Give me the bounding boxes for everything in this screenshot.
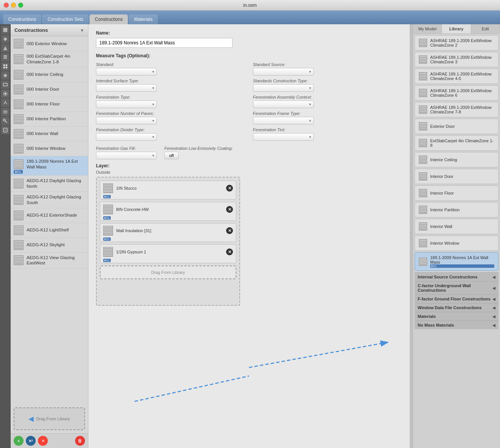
icon-bar-item-12[interactable]	[1, 126, 9, 134]
emissivity-toggle-button[interactable]: off	[164, 152, 179, 159]
sidebar-item-aedg-view-glazing[interactable]: AEDG-K12 View Glazing EastWest	[11, 253, 88, 269]
right-list-item-ashrae-cz45[interactable]: ASHRAE 189.1-2009 ExtWindow ClimateZone …	[415, 69, 498, 84]
section-header-internal-source[interactable]: Internal Source Constructions ◀	[415, 272, 498, 281]
right-list-item-interior-floor[interactable]: Interior Floor	[415, 185, 498, 201]
fenestration-divider-select[interactable]	[96, 133, 157, 141]
tab-constructions-main[interactable]: Constructions	[3, 14, 41, 24]
icon-bar-item-10[interactable]	[1, 108, 9, 116]
section-header-window-data[interactable]: Window Data File Constructions ◀	[415, 303, 498, 312]
layer-remove-button[interactable]: ✕	[226, 227, 233, 234]
right-list-item-label: Interior Ceiling	[430, 157, 457, 162]
standard-source-select[interactable]	[253, 68, 314, 75]
layer-item-wall-insulation[interactable]: Wall Insulation [31] BCL ✕	[100, 223, 236, 242]
icon-bar-item-9[interactable]	[1, 99, 9, 107]
sidebar-item-000-interior-ceiling[interactable]: 000 Interior Ceiling	[11, 68, 88, 82]
sidebar-item-189-1-2009[interactable]: 189.1-2009 Nonres 1A Ext Wall Mass BCL	[11, 156, 88, 176]
sidebar-item-000-interior-floor[interactable]: 000 Interior Floor	[11, 97, 88, 112]
fenestration-tint-select-wrapper	[253, 133, 314, 141]
add-button[interactable]: +	[14, 436, 24, 446]
section-header-label: Materials	[418, 314, 436, 319]
icon-bar-item-5[interactable]	[1, 62, 9, 71]
right-list-item-interior-wall[interactable]: Interior Wall	[415, 219, 498, 234]
right-list-item-ashrae-cz6[interactable]: ASHRAE 189.1-2009 ExtWindow ClimateZone …	[415, 85, 498, 101]
sidebar-item-aedg-lightshelf[interactable]: AEDG-K12 LightShelf	[11, 223, 88, 238]
fenestration-gas-select[interactable]	[96, 152, 157, 159]
right-list-item-ashrae-cz78[interactable]: ASHRAE 189.1-2009 ExtWindow ClimateZone …	[415, 102, 498, 117]
sidebar-item-aedg-exterior-shade[interactable]: AEDG-K12 ExteriorShade	[11, 208, 88, 223]
icon-bar	[0, 24, 11, 448]
tab-my-model[interactable]: My Model	[413, 24, 442, 33]
icon-bar-item-11[interactable]	[1, 117, 9, 125]
fenestration-assembly-select[interactable]	[253, 101, 314, 108]
section-header-f-factor[interactable]: F-factor Ground Floor Constructions ◀	[415, 294, 498, 303]
section-header-label: Window Data File Constructions	[418, 305, 482, 310]
right-list-item-189-wall[interactable]: 189.1-2009 Nonres 1A Ext Wall Mass BCL	[415, 252, 498, 271]
layer-item-8in-concrete[interactable]: 8IN Concrete HW BCL ✕	[100, 202, 236, 221]
layer-item-icon	[103, 247, 113, 257]
standards-construction-select[interactable]	[253, 84, 314, 92]
svg-rect-4	[3, 58, 7, 59]
emissivity-row: Fenestration Gas Fill: Fenestration Low …	[96, 146, 402, 159]
right-list-item-interior-ceiling[interactable]: Interior Ceiling	[415, 152, 498, 167]
copy-button[interactable]: ✕²	[26, 436, 36, 446]
icon-bar-item-3[interactable]	[1, 44, 9, 52]
layer-item-half-gypsum[interactable]: 1/2IN Gypsum 1 BCL ✕	[100, 244, 236, 263]
sidebar-item-000-interior-door[interactable]: 000 Interior Door	[11, 82, 88, 97]
section-header-c-factor[interactable]: C-factor Underground Wall Constructions …	[415, 281, 498, 294]
fenestration-frame-select[interactable]	[253, 117, 314, 124]
right-list-item-interior-door[interactable]: Interior Door	[415, 169, 498, 184]
sidebar-item-aedg-daylight-north[interactable]: AEDG-K12 Daylight Glazing North	[11, 176, 88, 192]
right-list-item-interior-window[interactable]: Interior Window	[415, 236, 498, 251]
sidebar-item-000-interior-partition[interactable]: 000 Interior Partition	[11, 112, 88, 127]
standard-source-select-wrapper	[253, 68, 314, 75]
tab-constructions[interactable]: Constructions	[90, 14, 128, 24]
layer-bcl-badge: BCL	[103, 259, 111, 262]
sidebar-item-icon	[14, 255, 24, 265]
icon-bar-item-1[interactable]	[1, 26, 9, 34]
remove-button[interactable]: ✕	[38, 436, 48, 446]
fenestration-tint-select[interactable]	[253, 133, 314, 141]
standard-select[interactable]	[96, 68, 157, 75]
right-list-item-extslab[interactable]: ExtSlabCarpet 4in ClimateZone 1-8	[415, 135, 498, 151]
fenestration-emissivity-label: Fenestration Low Emissivity Coating:	[164, 146, 233, 151]
minimize-button[interactable]	[11, 3, 16, 8]
fenestration-panes-select[interactable]	[96, 117, 157, 124]
layers-drag-from-library[interactable]: Drag From Library	[100, 266, 236, 279]
maximize-button[interactable]	[18, 3, 23, 8]
close-button[interactable]	[4, 3, 9, 8]
layer-remove-button[interactable]: ✕	[226, 185, 233, 192]
sidebar-item-000-interior-window[interactable]: 000 Interior Window	[11, 141, 88, 156]
name-input[interactable]	[96, 38, 233, 48]
sidebar-item-aedg-skylight[interactable]: AEDG-K12 Skylight	[11, 238, 88, 253]
intended-surface-select[interactable]	[96, 84, 157, 92]
sidebar-collapse-arrow[interactable]: ▼	[80, 28, 84, 33]
panel-resizer[interactable]: · · ·	[410, 24, 413, 448]
right-list-item-ashrae-cz3[interactable]: ASHRAE 189.1-2009 ExtWindow ClimateZone …	[415, 52, 498, 67]
right-list-item-ashrae-cz2[interactable]: ASHRAE 189.1-2009 ExtWindow ClimateZone …	[415, 35, 498, 50]
icon-bar-item-7[interactable]	[1, 80, 9, 89]
sidebar-item-aedg-daylight-south[interactable]: AEDG-K12 Daylight Glazing South	[11, 192, 88, 208]
layer-remove-button[interactable]: ✕	[226, 206, 233, 213]
tab-edit[interactable]: Edit	[471, 24, 500, 33]
sidebar-item-000-exterior-window[interactable]: 000 Exterior Window	[11, 36, 88, 51]
delete-button[interactable]: 🗑	[75, 436, 85, 446]
section-header-materials[interactable]: Materials ◀	[415, 312, 498, 321]
right-list-item-exterior-door[interactable]: Exterior Door	[415, 119, 498, 134]
icon-bar-item-6[interactable]	[1, 71, 9, 80]
layer-remove-button[interactable]: ✕	[226, 248, 233, 255]
right-list-item-interior-partition[interactable]: Interior Partition	[415, 202, 498, 217]
tab-library[interactable]: Library	[442, 24, 471, 33]
icon-bar-item-2[interactable]	[1, 35, 9, 43]
layer-item-1in-stucco[interactable]: 1IN Stucco BCL ✕	[100, 181, 236, 200]
section-collapse-arrow: ◀	[492, 314, 495, 319]
icon-bar-item-8[interactable]	[1, 90, 9, 98]
fenestration-type-select[interactable]	[96, 101, 157, 108]
sidebar-item-000-extslab[interactable]: 000 ExtSlabCarpet 4in ClimateZone 1-8	[11, 51, 88, 68]
sidebar-item-000-interior-wall[interactable]: 000 Interior Wall	[11, 127, 88, 141]
section-header-no-mass[interactable]: No Mass Materials ◀	[415, 321, 498, 329]
icon-bar-item-4[interactable]	[1, 53, 9, 61]
tab-construction-sets[interactable]: Construction Sets	[42, 14, 89, 24]
tab-materials[interactable]: Materials	[129, 14, 158, 24]
fenestration-frame-field: Fenestration Frame Type:	[253, 111, 403, 124]
sidebar-drag-from-library[interactable]: ◀ Drag From Library	[14, 407, 85, 430]
